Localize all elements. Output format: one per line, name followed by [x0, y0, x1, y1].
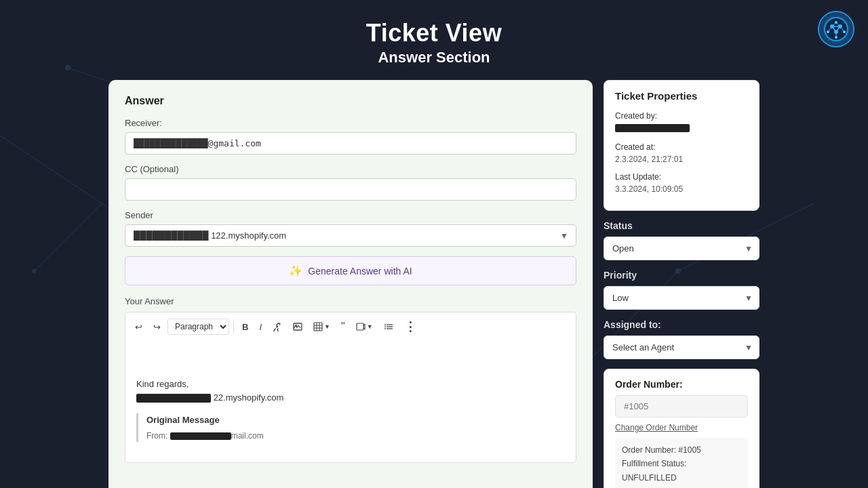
sender-select[interactable]: ████████████ 122.myshopify.com	[125, 224, 576, 247]
receiver-input[interactable]	[125, 132, 576, 155]
created-by-label: Created by:	[615, 111, 657, 121]
last-update-row: Last Update: 3.3.2024, 10:09:05	[615, 171, 748, 195]
svg-rect-33	[314, 323, 322, 331]
video-button[interactable]: ▼	[352, 319, 377, 334]
order-number-section: Order Number: Change Order Number Order …	[604, 369, 760, 488]
last-update-label: Last Update:	[615, 172, 661, 182]
cc-label: CC (Optional)	[125, 164, 576, 174]
cc-input[interactable]	[125, 178, 576, 201]
created-at-value: 2.3.2024, 21:27:01	[615, 155, 683, 164]
generate-btn-label: Generate Answer with AI	[308, 266, 412, 277]
redo-button[interactable]: ↪	[149, 319, 165, 335]
priority-dropdown-wrapper: Low Medium High Urgent ▼	[604, 286, 760, 310]
quote-button[interactable]: "	[337, 318, 349, 336]
priority-title: Priority	[604, 270, 760, 281]
order-number-title: Order Number:	[615, 379, 748, 390]
order-info-fulfillment: Fulfillment Status: UNFULFILLED	[622, 457, 741, 485]
toolbar-divider-1	[233, 321, 234, 333]
your-answer-label: Your Answer	[125, 296, 576, 306]
svg-point-44	[384, 328, 386, 329]
assigned-section: Assigned to: Select an Agent ▼	[604, 319, 760, 359]
svg-point-42	[384, 324, 386, 325]
image-button[interactable]	[289, 319, 307, 334]
editor-shopify-line: 22.myshopify.com	[136, 391, 565, 405]
original-message-title: Original Message	[146, 413, 565, 427]
order-info-number: Order Number: #1005	[622, 443, 741, 457]
answer-title: Answer	[125, 95, 576, 107]
priority-section: Priority Low Medium High Urgent ▼	[604, 270, 760, 310]
page-header: Ticket View Answer Section	[0, 0, 868, 80]
created-at-label: Created at:	[615, 142, 655, 152]
status-title: Status	[604, 220, 760, 231]
answer-panel: Answer Receiver: CC (Optional) Sender ██…	[108, 80, 593, 488]
editor-regards-line: Kind regards,	[136, 378, 565, 391]
change-order-link[interactable]: Change Order Number	[615, 423, 748, 432]
sender-label: Sender	[125, 210, 576, 220]
page-title: Ticket View	[0, 19, 868, 47]
page-subtitle: Answer Section	[0, 49, 868, 66]
created-at-row: Created at: 2.3.2024, 21:27:01	[615, 141, 748, 165]
assigned-title: Assigned to:	[604, 319, 760, 330]
more-button[interactable]: ⋮	[400, 317, 420, 337]
assigned-select[interactable]: Select an Agent	[604, 336, 760, 359]
properties-panel: Ticket Properties Created by: Created at…	[604, 80, 760, 488]
status-select[interactable]: Open Closed Pending Resolved	[604, 237, 760, 260]
italic-button[interactable]: I	[255, 319, 266, 335]
table-button[interactable]: ▼	[309, 319, 334, 334]
ticket-properties-title: Ticket Properties	[615, 90, 748, 102]
priority-select[interactable]: Low Medium High Urgent	[604, 286, 760, 310]
link-button[interactable]	[269, 319, 286, 334]
assigned-dropdown-wrapper: Select an Agent ▼	[604, 336, 760, 359]
status-dropdown-wrapper: Open Closed Pending Resolved ▼	[604, 237, 760, 260]
ai-sparkle-icon: ✨	[289, 264, 302, 277]
order-info-box: Order Number: #1005 Fulfillment Status: …	[615, 438, 748, 488]
original-message-from: From: mail.com	[146, 430, 565, 442]
last-update-value: 3.3.2024, 10:09:05	[615, 184, 683, 194]
table-dropdown-icon: ▼	[324, 323, 330, 330]
svg-point-43	[384, 326, 386, 327]
list-button[interactable]	[380, 319, 397, 334]
editor-content[interactable]: Kind regards, 22.myshopify.com Original …	[125, 341, 576, 463]
status-section: Status Open Closed Pending Resolved ▼	[604, 220, 760, 260]
original-message-block: Original Message From: mail.com	[136, 413, 565, 442]
ticket-properties-card: Ticket Properties Created by: Created at…	[604, 80, 760, 211]
undo-button[interactable]: ↩	[131, 319, 146, 335]
main-content: Answer Receiver: CC (Optional) Sender ██…	[0, 80, 868, 488]
receiver-label: Receiver:	[125, 118, 576, 128]
shopify-line-suffix: 22.myshopify.com	[214, 392, 284, 403]
editor-toolbar: ↩ ↪ Paragraph B I ▼ " ▼	[125, 312, 576, 341]
svg-rect-38	[357, 323, 363, 330]
generate-ai-button[interactable]: ✨ Generate Answer with AI	[125, 256, 576, 285]
order-number-input[interactable]	[615, 395, 748, 418]
sender-wrapper: ████████████ 122.myshopify.com ▼	[125, 224, 576, 247]
created-by-row: Created by:	[615, 110, 748, 136]
app-logo	[818, 11, 854, 47]
bold-button[interactable]: B	[238, 319, 252, 335]
paragraph-select[interactable]: Paragraph	[167, 319, 229, 335]
